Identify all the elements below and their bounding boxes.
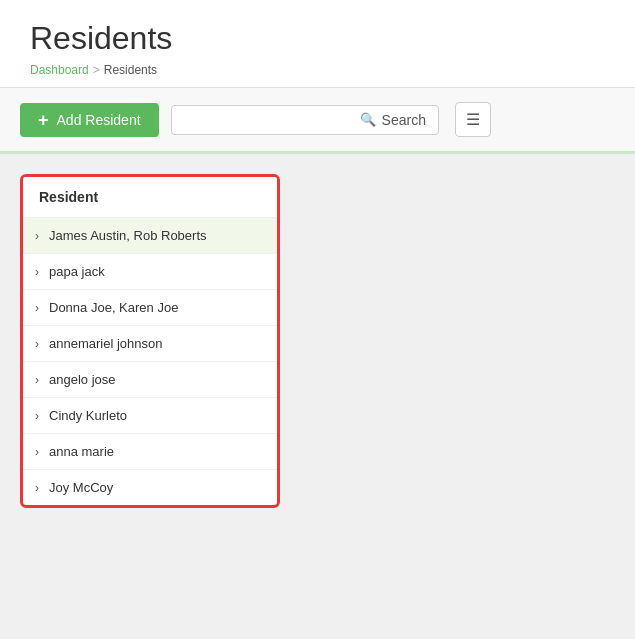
- plus-icon: +: [38, 111, 49, 129]
- chevron-right-icon: ›: [35, 337, 39, 351]
- resident-name: anna marie: [49, 444, 114, 459]
- chevron-right-icon: ›: [35, 229, 39, 243]
- table-row[interactable]: ›angelo jose: [23, 362, 277, 398]
- search-icon: 🔍: [360, 112, 376, 127]
- resident-name: Donna Joe, Karen Joe: [49, 300, 178, 315]
- chevron-right-icon: ›: [35, 445, 39, 459]
- breadcrumb-current: Residents: [104, 63, 157, 77]
- resident-name: Joy McCoy: [49, 480, 113, 495]
- page-header: Residents Dashboard > Residents: [0, 0, 635, 88]
- add-resident-button[interactable]: + Add Resident: [20, 103, 159, 137]
- residents-table: Resident ›James Austin, Rob Roberts›papa…: [20, 174, 280, 508]
- resident-name: Cindy Kurleto: [49, 408, 127, 423]
- chevron-right-icon: ›: [35, 373, 39, 387]
- resident-name: papa jack: [49, 264, 105, 279]
- resident-name: James Austin, Rob Roberts: [49, 228, 207, 243]
- table-body: ›James Austin, Rob Roberts›papa jack›Don…: [23, 218, 277, 505]
- add-resident-label: Add Resident: [57, 112, 141, 128]
- table-row[interactable]: ›papa jack: [23, 254, 277, 290]
- table-row[interactable]: ›Joy McCoy: [23, 470, 277, 505]
- table-row[interactable]: ›Donna Joe, Karen Joe: [23, 290, 277, 326]
- table-row[interactable]: ›Cindy Kurleto: [23, 398, 277, 434]
- chevron-right-icon: ›: [35, 409, 39, 423]
- table-header: Resident: [23, 177, 277, 218]
- page-title: Residents: [30, 20, 605, 57]
- search-container: 🔍 Search: [171, 105, 439, 135]
- breadcrumb-dashboard-link[interactable]: Dashboard: [30, 63, 89, 77]
- resident-name: annemariel johnson: [49, 336, 162, 351]
- breadcrumb: Dashboard > Residents: [30, 63, 605, 77]
- breadcrumb-separator: >: [93, 63, 100, 77]
- main-content: Resident ›James Austin, Rob Roberts›papa…: [0, 154, 635, 528]
- chevron-right-icon: ›: [35, 481, 39, 495]
- table-row[interactable]: ›James Austin, Rob Roberts: [23, 218, 277, 254]
- toolbar: + Add Resident 🔍 Search ☰: [0, 88, 635, 154]
- chevron-right-icon: ›: [35, 301, 39, 315]
- search-label: Search: [382, 112, 426, 128]
- columns-button[interactable]: ☰: [455, 102, 491, 137]
- table-row[interactable]: ›annemariel johnson: [23, 326, 277, 362]
- chevron-right-icon: ›: [35, 265, 39, 279]
- resident-name: angelo jose: [49, 372, 116, 387]
- columns-icon: ☰: [466, 111, 480, 128]
- search-input[interactable]: [184, 112, 354, 128]
- table-row[interactable]: ›anna marie: [23, 434, 277, 470]
